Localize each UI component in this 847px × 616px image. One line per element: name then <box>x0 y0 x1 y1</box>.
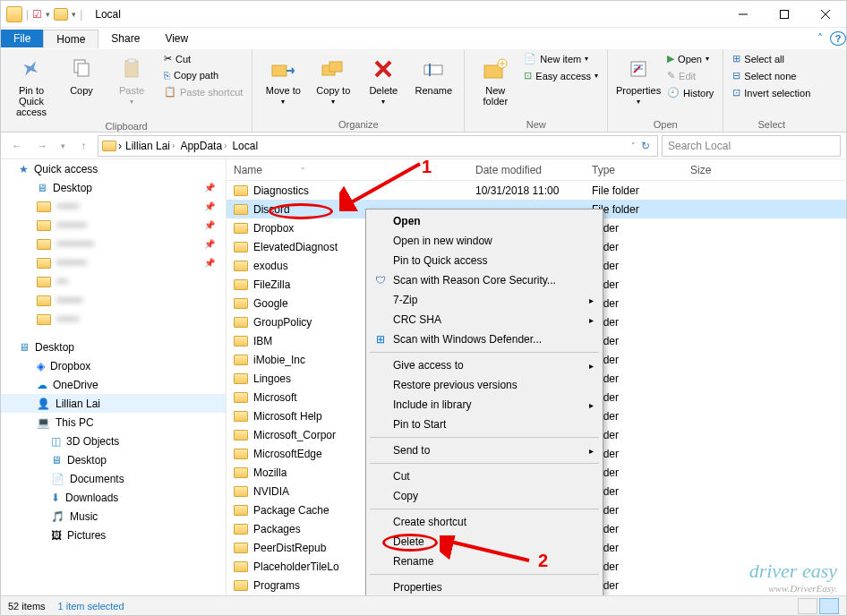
select-none-icon: ⊟ <box>732 70 740 81</box>
minimize-button[interactable] <box>723 1 764 28</box>
qat-menu[interactable]: ▾ <box>72 10 76 19</box>
file-name: Microsoft Help <box>253 410 322 423</box>
ctx-crc-sha[interactable]: CRC SHA▸ <box>368 310 601 329</box>
ctx-copy[interactable]: Copy <box>368 486 601 506</box>
open-button[interactable]: ▶Open▾ <box>663 51 717 66</box>
copy-button[interactable]: Copy <box>56 51 107 99</box>
file-row[interactable]: Diagnostics10/31/2018 11:00File folder <box>227 181 846 200</box>
invert-selection-button[interactable]: ⊡Invert selection <box>729 85 814 100</box>
chevron-down-icon: ▾ <box>331 98 335 106</box>
tab-file[interactable]: File <box>1 30 43 47</box>
group-label: Clipboard <box>6 121 246 133</box>
crumb[interactable]: Lillian Lai› <box>124 140 176 152</box>
ctx-send-to[interactable]: Send to▸ <box>368 441 601 460</box>
delete-button[interactable]: Delete▾ <box>358 51 408 109</box>
ctx-give-access[interactable]: Give access to▸ <box>368 355 601 375</box>
edit-button[interactable]: ✎Edit <box>663 68 717 83</box>
nav-onedrive[interactable]: ☁OneDrive <box>1 375 226 394</box>
maximize-button[interactable] <box>764 1 805 28</box>
chevron-down-icon[interactable]: ▾ <box>46 10 50 19</box>
ctx-open[interactable]: Open <box>368 211 601 231</box>
close-button[interactable] <box>805 1 846 28</box>
nav-user[interactable]: 👤Lillian Lai <box>1 394 226 413</box>
nav-quick-access[interactable]: ★Quick access <box>1 159 226 178</box>
refresh-button[interactable]: ↻ <box>637 140 654 152</box>
nav-3d[interactable]: ◫3D Objects <box>1 432 226 450</box>
back-button[interactable]: ← <box>6 135 28 157</box>
nav-desktop[interactable]: 🖥Desktop <box>1 338 226 356</box>
nav-downloads[interactable]: ⬇Downloads <box>1 488 226 507</box>
nav-music[interactable]: 🎵Music <box>1 507 226 526</box>
new-folder-button[interactable]: New folder <box>470 51 520 110</box>
up-button[interactable]: ↑ <box>73 135 94 157</box>
view-thumbnails-button[interactable] <box>798 598 817 614</box>
help-button[interactable]: ? <box>830 31 846 46</box>
copy-label: Copy <box>70 85 93 96</box>
ctx-7zip[interactable]: 7-Zip▸ <box>368 290 601 310</box>
folder-icon <box>37 277 51 287</box>
nav-desktop[interactable]: 🖥Desktop📌 <box>1 178 226 197</box>
search-placeholder: Search Local <box>668 140 731 152</box>
move-to-button[interactable]: Move to▾ <box>258 51 308 109</box>
nav-item-blurred[interactable]: ••••••••📌 <box>1 216 226 235</box>
tab-home[interactable]: Home <box>43 30 98 48</box>
search-input[interactable]: Search Local <box>662 135 841 157</box>
col-name[interactable]: Name ˄ <box>227 164 468 176</box>
history-button[interactable]: 🕘History <box>663 85 717 100</box>
paste-button[interactable]: Paste ▾ <box>107 51 157 109</box>
ctx-open-new-window[interactable]: Open in new window <box>368 231 601 251</box>
nav-item-blurred[interactable]: ••••••••📌 <box>1 253 226 272</box>
forward-button[interactable]: → <box>31 135 53 157</box>
nav-pictures[interactable]: 🖼Pictures <box>1 526 226 544</box>
ctx-restore[interactable]: Restore previous versions <box>368 375 601 395</box>
crumb[interactable]: Local <box>230 140 260 152</box>
address-bar[interactable]: › Lillian Lai› AppData› Local ˅ ↻ <box>98 135 658 157</box>
rename-button[interactable]: Rename <box>408 51 458 99</box>
tab-share[interactable]: Share <box>98 30 152 47</box>
nav-item-blurred[interactable]: ••••••• <box>1 291 226 310</box>
ctx-pin-quick-access[interactable]: Pin to Quick access <box>368 251 601 270</box>
ctx-defender[interactable]: ⊞Scan with Windows Defender... <box>368 329 601 349</box>
chevron-icon[interactable]: › <box>118 140 122 152</box>
select-none-button[interactable]: ⊟Select none <box>729 68 814 83</box>
col-type[interactable]: Type <box>585 164 683 176</box>
ctx-create-shortcut[interactable]: Create shortcut <box>368 512 601 532</box>
ribbon-expand-button[interactable]: ˄ <box>810 32 830 45</box>
ctx-rename[interactable]: Rename <box>368 552 601 571</box>
ctx-pin-start[interactable]: Pin to Start <box>368 415 601 434</box>
ctx-delete[interactable]: Delete <box>368 532 601 552</box>
tab-view[interactable]: View <box>152 30 201 47</box>
folder-icon <box>37 220 51 231</box>
nav-pane[interactable]: ★Quick access 🖥Desktop📌 ••••••📌 ••••••••… <box>1 159 227 597</box>
easy-access-button[interactable]: ⊡Easy access▾ <box>520 68 602 83</box>
dropdown-icon[interactable]: ˅ <box>631 141 636 150</box>
properties-button[interactable]: Properties▾ <box>613 51 663 109</box>
nav-documents[interactable]: 📄Documents <box>1 469 226 488</box>
nav-this-pc[interactable]: 💻This PC <box>1 413 226 432</box>
ctx-cut[interactable]: Cut <box>368 466 601 486</box>
ctx-properties[interactable]: Properties <box>368 578 601 597</box>
copy-path-button[interactable]: ⎘Copy path <box>160 68 246 82</box>
copy-to-button[interactable]: Copy to▾ <box>308 51 358 109</box>
cut-button[interactable]: ✂Cut <box>160 51 246 66</box>
col-date[interactable]: Date modified <box>468 164 585 176</box>
new-item-button[interactable]: 📄New item▾ <box>520 51 602 66</box>
view-details-button[interactable] <box>819 598 839 614</box>
checkbox-icon[interactable]: ☑ <box>32 8 42 21</box>
nav-item-blurred[interactable]: ••••••••••📌 <box>1 235 226 253</box>
ctx-include-library[interactable]: Include in library▸ <box>368 395 601 415</box>
history-dropdown[interactable]: ▾ <box>56 135 69 157</box>
nav-item-blurred[interactable]: ••••••📌 <box>1 197 226 216</box>
nav-desktop-pc[interactable]: 🖥Desktop <box>1 450 226 469</box>
nav-item-blurred[interactable]: •••••• <box>1 310 226 329</box>
col-size[interactable]: Size <box>683 164 846 176</box>
pin-to-quick-access-button[interactable]: Pin to Quick access <box>6 51 56 121</box>
ctx-scan-reason[interactable]: 🛡Scan with Reason Core Security... <box>368 270 601 290</box>
select-all-button[interactable]: ⊞Select all <box>729 51 814 66</box>
nav-item-blurred[interactable]: ••• <box>1 272 226 291</box>
paste-shortcut-button[interactable]: 📋Paste shortcut <box>160 84 246 99</box>
nav-dropbox[interactable]: ◈Dropbox <box>1 356 226 375</box>
crumb[interactable]: AppData› <box>178 140 228 152</box>
folder-icon <box>54 8 68 21</box>
group-label: New <box>470 119 602 132</box>
